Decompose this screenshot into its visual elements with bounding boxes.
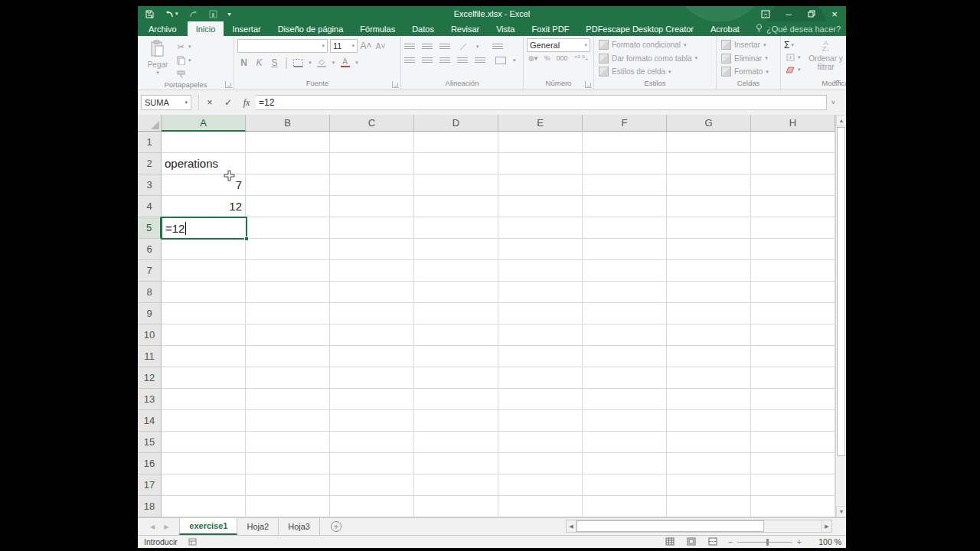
font-dialog-launcher[interactable] <box>392 81 399 88</box>
merge-center-icon[interactable] <box>495 57 506 64</box>
normal-view-icon[interactable] <box>665 537 675 547</box>
cell-d18[interactable] <box>414 496 498 517</box>
cell-f13[interactable] <box>583 389 667 410</box>
cell-e10[interactable] <box>498 324 583 346</box>
zoom-percentage[interactable]: 100 % <box>812 537 841 546</box>
row-header-4[interactable]: 4 <box>138 196 162 217</box>
row-header-18[interactable]: 18 <box>138 496 162 517</box>
minimize-button[interactable]: – <box>777 6 800 21</box>
cell-e4[interactable] <box>498 196 583 217</box>
clear-button[interactable]: ▾ <box>784 64 801 75</box>
sheet-tab-exercise1[interactable]: exercise1 <box>179 518 237 535</box>
tab-inicio[interactable]: Inicio <box>188 21 224 36</box>
cell-g17[interactable] <box>667 474 751 496</box>
cell-d6[interactable] <box>414 239 498 260</box>
cell-f6[interactable] <box>583 239 667 260</box>
new-sheet-icon[interactable]: + <box>331 521 341 532</box>
percent-icon[interactable]: % <box>544 54 550 62</box>
cell-f17[interactable] <box>583 474 667 496</box>
enter-icon[interactable]: ✓ <box>219 95 237 110</box>
hscroll-thumb[interactable] <box>577 520 764 532</box>
cell-g2[interactable] <box>667 153 751 174</box>
cell-f16[interactable] <box>583 453 667 474</box>
cell-c9[interactable] <box>330 303 414 324</box>
align-top-icon[interactable] <box>404 44 415 51</box>
number-format-combo[interactable]: General▾ <box>527 38 590 52</box>
tab-vista[interactable]: Vista <box>488 21 523 36</box>
cell-b15[interactable] <box>246 432 330 453</box>
cell-c10[interactable] <box>330 324 414 346</box>
cell-a15[interactable] <box>162 432 246 453</box>
cell-c8[interactable] <box>330 282 414 303</box>
cell-d15[interactable] <box>414 432 498 453</box>
fill-button[interactable]: ▾ <box>784 52 801 63</box>
scroll-right-icon[interactable]: ▶ <box>822 520 831 532</box>
row-header-16[interactable]: 16 <box>138 453 162 474</box>
active-cell-a5[interactable]: =12 <box>161 217 247 240</box>
undo-icon[interactable]: ▾ <box>165 10 178 18</box>
row-header-1[interactable]: 1 <box>138 132 162 153</box>
vertical-scrollbar[interactable]: ▲ ▼ <box>835 115 846 517</box>
format-painter-button[interactable] <box>175 69 191 80</box>
cell-d7[interactable] <box>414 260 498 282</box>
collapse-ribbon-icon[interactable] <box>834 73 841 87</box>
cell-f18[interactable] <box>583 496 667 517</box>
row-header-11[interactable]: 11 <box>138 346 162 367</box>
save-icon[interactable] <box>145 10 154 18</box>
zoom-thumb[interactable] <box>766 539 769 546</box>
cell-e1[interactable] <box>498 132 583 153</box>
underline-button[interactable]: S <box>270 57 279 68</box>
cell-e11[interactable] <box>498 346 583 367</box>
tab-dise-o-de-p-gina[interactable]: Diseño de página <box>270 21 352 36</box>
name-box[interactable]: SUMA▾ <box>141 95 191 110</box>
accounting-format-icon[interactable]: ◍▾ <box>528 54 537 62</box>
cell-e9[interactable] <box>498 303 583 324</box>
tab-archivo[interactable]: Archivo <box>138 21 188 36</box>
cell-d13[interactable] <box>414 389 498 410</box>
cell-a7[interactable] <box>162 260 246 282</box>
decrease-font-icon[interactable]: A˅ <box>374 41 387 51</box>
cancel-icon[interactable]: × <box>201 95 219 110</box>
cell-b4[interactable] <box>246 196 330 217</box>
font-size-combo[interactable]: 11▾ <box>330 39 358 53</box>
cell-d17[interactable] <box>414 474 498 496</box>
cell-e12[interactable] <box>498 367 583 389</box>
clipboard-dialog-launcher[interactable] <box>225 81 232 88</box>
column-header-h[interactable]: H <box>751 115 835 132</box>
cell-g8[interactable] <box>667 282 751 303</box>
cell-b8[interactable] <box>246 282 330 303</box>
row-header-9[interactable]: 9 <box>138 303 162 324</box>
cell-h6[interactable] <box>751 239 835 260</box>
cell-e3[interactable] <box>498 174 583 196</box>
cell-f3[interactable] <box>583 174 667 196</box>
cell-e8[interactable] <box>498 282 583 303</box>
namebox-splitter[interactable] <box>191 95 199 110</box>
cell-d4[interactable] <box>414 196 498 217</box>
autosum-button[interactable]: Σ▾ <box>784 40 801 51</box>
sheet-nav-right-icon[interactable]: ▶ <box>164 523 168 530</box>
horizontal-scrollbar[interactable]: ◀ ▶ <box>566 520 832 533</box>
macro-record-icon[interactable] <box>188 538 197 546</box>
row-header-8[interactable]: 8 <box>138 282 162 303</box>
cell-c2[interactable] <box>330 153 414 174</box>
vscroll-thumb[interactable] <box>837 127 845 456</box>
align-bottom-icon[interactable] <box>439 44 450 51</box>
cell-b10[interactable] <box>246 324 330 346</box>
cell-g14[interactable] <box>667 410 751 432</box>
cell-g18[interactable] <box>667 496 751 517</box>
cell-a12[interactable] <box>162 367 246 389</box>
cell-a18[interactable] <box>162 496 246 517</box>
cell-b18[interactable] <box>246 496 330 517</box>
cut-button[interactable]: ✂▾ <box>175 41 191 52</box>
cell-c1[interactable] <box>330 132 414 153</box>
cell-d8[interactable] <box>414 282 498 303</box>
cell-d2[interactable] <box>414 153 498 174</box>
cell-c7[interactable] <box>330 260 414 282</box>
cell-a10[interactable] <box>162 324 246 346</box>
cell-f1[interactable] <box>583 132 667 153</box>
cell-a9[interactable] <box>162 303 246 324</box>
cell-d11[interactable] <box>414 346 498 367</box>
align-middle-icon[interactable] <box>422 44 433 51</box>
cell-h4[interactable] <box>751 196 835 217</box>
cell-a8[interactable] <box>162 282 246 303</box>
